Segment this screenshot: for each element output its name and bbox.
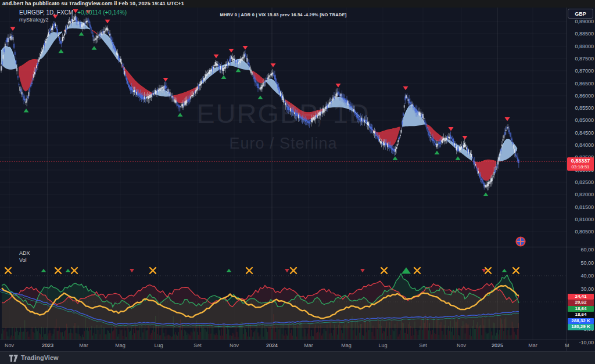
time-axis-year-label: 2023 [42, 343, 53, 348]
price-axis-label: 0,88500 [568, 31, 594, 37]
indicator-axis-label: -10,00 [568, 340, 594, 345]
price-axis-label: 0,86000 [568, 93, 594, 99]
long-entry-marker [502, 269, 507, 272]
last-price-value: 0,83337 [567, 157, 594, 164]
long-entry-marker [402, 268, 411, 274]
exit-x-marker [246, 268, 252, 273]
price-axis-label: 0,82500 [568, 179, 594, 185]
indicator-value-badge: 18,64 [568, 312, 594, 318]
time-axis-year-label: 2025 [492, 343, 503, 348]
long-entry-marker [41, 269, 46, 272]
indicator-axis-label: 30,00 [568, 286, 594, 292]
exit-x-marker [71, 268, 77, 273]
indicator-axis-label: 60,00 [568, 247, 594, 253]
exit-x-marker [55, 268, 61, 273]
short-entry-marker [285, 269, 289, 273]
time-axis-month-label: Nov [230, 343, 239, 348]
time-axis-month-label: Set [419, 343, 427, 348]
lower-panel-legend-adx: ADX [19, 250, 30, 256]
price-axis-label: 0,87000 [568, 68, 594, 74]
bar-countdown: 03:18:51 [567, 164, 594, 170]
price-axis-label: 0,87500 [568, 56, 594, 62]
time-axis-month-label: Mar [79, 343, 88, 348]
publish-info-bar: and.bert ha pubblicato su TradingView.co… [0, 0, 595, 8]
long-entry-marker [66, 269, 71, 272]
time-axis-mode-label[interactable]: M [565, 343, 569, 348]
time-axis-month-label: Mar [304, 343, 313, 348]
price-axis-label: 0,84000 [568, 142, 594, 148]
last-price-badge[interactable]: 0,83337 03:18:51 [567, 157, 594, 171]
price-axis-label: 0,85500 [568, 105, 594, 111]
price-axis-label: 0,86500 [568, 81, 594, 87]
short-entry-marker [360, 269, 365, 273]
long-entry-marker [227, 269, 232, 272]
exit-x-marker [513, 268, 519, 273]
indicator-value-badge: 288,32 K [568, 318, 594, 325]
chart-canvas [0, 0, 595, 364]
currency-button[interactable]: GBP [568, 9, 593, 19]
time-axis-month-label: Lug [378, 343, 387, 348]
economic-event-icon [517, 237, 525, 246]
price-axis-label: 0,85000 [568, 117, 594, 123]
price-axis-label: 0,81500 [568, 204, 594, 210]
tradingview-published-chart: and.bert ha pubblicato su TradingView.co… [0, 0, 595, 364]
indicator-axis-label: 50,00 [568, 260, 594, 266]
indicator-value-badge: 18,64 [568, 306, 594, 312]
indicator-value-badge: 24,41 [568, 294, 594, 300]
time-axis-month-label: Lug [154, 343, 163, 348]
time-axis-month-label: Nov [457, 343, 466, 348]
price-axis-label: 0,82000 [568, 192, 594, 197]
tradingview-brand-text[interactable]: TradingView [21, 354, 59, 361]
price-axis-label: 0,81000 [568, 217, 594, 222]
indicator-axis-label: 40,00 [568, 273, 594, 279]
exit-x-marker [485, 268, 491, 273]
time-axis-year-label: 2024 [266, 343, 278, 348]
footer-bar: TradingView [0, 351, 595, 364]
time-axis-month-label: Set [193, 343, 202, 348]
time-axis-month-label: Mag [115, 343, 126, 348]
exit-x-marker [291, 268, 296, 273]
short-entry-marker [130, 269, 134, 273]
indicator-status-line: MHRV 0 | ADR 0 | VIX 15.83 prev 16.54 -4… [0, 12, 567, 17]
time-axis-month-label: Mag [341, 343, 352, 348]
tradingview-logo-icon[interactable] [9, 355, 18, 362]
lower-panel-legend-vol: Vol [19, 257, 27, 263]
exit-x-marker [5, 268, 11, 273]
price-axis-label: 0,84500 [568, 130, 594, 136]
exit-x-marker [150, 268, 156, 273]
indicator-value-badge: 20,62 [568, 300, 594, 306]
price-axis-label: 0,80500 [568, 229, 594, 235]
exit-x-marker [414, 268, 420, 273]
time-axis-month-label: Mar [528, 343, 537, 348]
price-axis-label: 0,88000 [568, 44, 594, 49]
indicator-value-badge: 180,29 K [568, 324, 594, 330]
price-axis-label: 0,89000 [568, 19, 594, 24]
time-axis-month-label: Nov [5, 343, 14, 348]
exit-x-marker [381, 268, 387, 273]
strategy-legend: myStrategy2 [19, 17, 49, 23]
